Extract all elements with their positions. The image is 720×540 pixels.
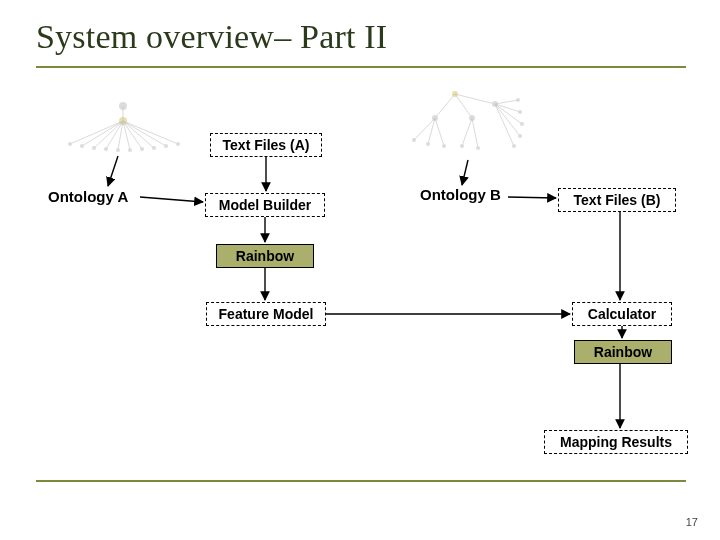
svg-point-6 — [80, 144, 84, 148]
ontology-b-thumbnail — [400, 80, 540, 165]
ontology-a-label: Ontology A — [48, 188, 128, 205]
text-files-b-box: Text Files (B) — [558, 188, 676, 212]
ontology-b-label: Ontology B — [420, 186, 501, 203]
svg-point-43 — [518, 110, 522, 114]
text-files-a-box: Text Files (A) — [210, 133, 322, 157]
svg-point-10 — [104, 147, 108, 151]
rainbow-box-2: Rainbow — [574, 340, 672, 364]
svg-line-38 — [472, 118, 478, 148]
footer-line — [36, 480, 686, 482]
svg-line-56 — [508, 197, 556, 198]
svg-point-39 — [476, 146, 480, 150]
svg-point-31 — [412, 138, 416, 142]
mapping-results-box: Mapping Results — [544, 430, 688, 454]
svg-point-35 — [442, 144, 446, 148]
slide-title: System overview– Part II — [36, 18, 387, 56]
svg-point-8 — [92, 146, 96, 150]
svg-line-21 — [123, 121, 178, 144]
svg-line-42 — [495, 104, 520, 112]
svg-line-50 — [108, 156, 118, 186]
svg-point-37 — [460, 144, 464, 148]
svg-point-18 — [152, 146, 156, 150]
svg-point-33 — [426, 142, 430, 146]
svg-point-49 — [512, 144, 516, 148]
rainbow-box-1: Rainbow — [216, 244, 314, 268]
svg-point-20 — [164, 144, 168, 148]
svg-line-24 — [435, 94, 455, 118]
svg-point-47 — [518, 134, 522, 138]
svg-line-7 — [94, 121, 123, 148]
page-number: 17 — [686, 516, 698, 528]
svg-line-52 — [140, 197, 203, 202]
svg-line-34 — [435, 118, 444, 146]
svg-point-12 — [116, 148, 120, 152]
svg-line-5 — [82, 121, 123, 146]
svg-point-45 — [520, 122, 524, 126]
svg-point-16 — [140, 147, 144, 151]
arrows-layer — [0, 0, 720, 540]
svg-line-40 — [495, 100, 518, 104]
svg-point-22 — [176, 142, 180, 146]
feature-model-box: Feature Model — [206, 302, 326, 326]
model-builder-box: Model Builder — [205, 193, 325, 217]
ontology-a-thumbnail — [58, 86, 188, 156]
svg-point-14 — [128, 148, 132, 152]
svg-point-4 — [68, 142, 72, 146]
svg-point-41 — [516, 98, 520, 102]
svg-line-19 — [123, 121, 166, 146]
title-underline — [36, 66, 686, 68]
calculator-box: Calculator — [572, 302, 672, 326]
svg-line-36 — [462, 118, 472, 146]
svg-line-3 — [70, 121, 123, 144]
svg-line-13 — [123, 121, 130, 150]
